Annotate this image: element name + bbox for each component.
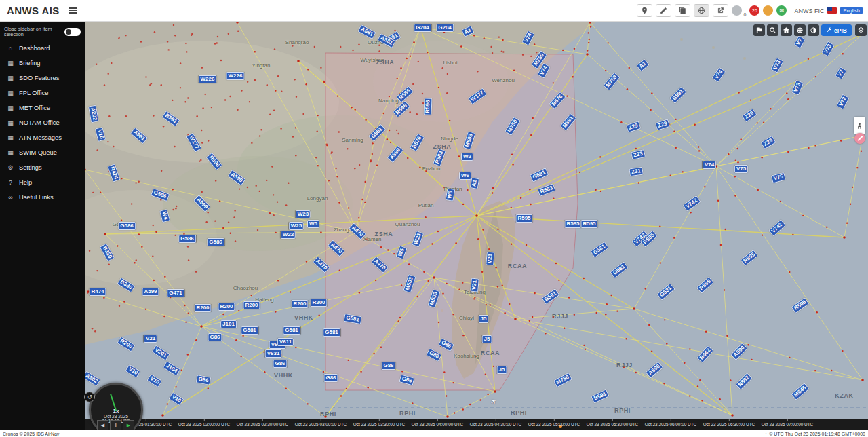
pause-button[interactable]: ‖	[110, 420, 121, 430]
flag-icon	[755, 26, 763, 34]
grid-icon: ▦	[7, 149, 14, 156]
grid-icon: ▦	[7, 134, 14, 141]
footer-credit: Cronos © 2025 IDS AirNav	[3, 432, 59, 436]
duplicate-button[interactable]	[675, 4, 690, 17]
layers-button[interactable]	[855, 24, 867, 36]
sidebar-item-met-office[interactable]: ▦MET Office	[0, 100, 85, 115]
sidebar-item-fpl-office[interactable]: ▦FPL Office	[0, 86, 85, 100]
language-badge[interactable]: English	[840, 7, 863, 14]
globe-button[interactable]	[694, 4, 709, 17]
timeline-stamp: Oct 23 2025 07:00:00 UTC	[762, 422, 813, 427]
timeline-stamp: Oct 23 2025 02:00:00 UTC	[178, 422, 230, 427]
timeline-stamp: Oct 23 2025 04:30:00 UTC	[470, 422, 521, 427]
sidebar-item-dashboard[interactable]: ⌂Dashboard	[0, 41, 85, 56]
warning-icon[interactable]	[763, 5, 773, 16]
measure-icon	[857, 136, 863, 141]
pegman-icon	[856, 122, 863, 130]
timeline-stamp: Oct 23 2025 06:30:00 UTC	[703, 422, 755, 427]
timeline-stamp: Oct 23 2025 05:00:00 UTC	[528, 422, 580, 427]
epib-button[interactable]: ePIB	[821, 24, 852, 36]
alerts-badge[interactable]: 20	[749, 5, 760, 16]
sidebar-item-atn-messages[interactable]: ▦ATN Messages	[0, 130, 85, 145]
messages-icon[interactable]: ✉	[776, 5, 787, 16]
wrench-icon	[826, 27, 832, 33]
edit-icon	[660, 7, 667, 14]
link-icon: ∞	[7, 194, 14, 201]
clock-reset-button[interactable]: ↺	[84, 392, 95, 402]
layers-icon	[857, 26, 865, 34]
notifications-count: 0	[743, 12, 746, 17]
playback-controls: ◀ ‖ ▶	[97, 420, 134, 430]
sidebar-toggle-label: Close sidebar on item selection	[4, 26, 61, 37]
sidebar-item-label: NOTAM Office	[19, 119, 60, 126]
grid-icon: ▦	[7, 104, 14, 111]
status-footer: Cronos © 2025 IDS AirNav ◔ © UTC Thu Oct…	[0, 430, 868, 437]
zoom-tool-button[interactable]	[767, 24, 778, 36]
timeline-stamp: Oct 23 2025 03:30:00 UTC	[353, 422, 405, 427]
sidebar: Close sidebar on item selection ⌂Dashboa…	[0, 22, 85, 430]
user-label: ANWS FIC	[794, 7, 824, 14]
grid-icon: ▦	[7, 60, 14, 66]
sidebar-item-briefing[interactable]: ▦Briefing	[0, 56, 85, 71]
grid-icon: ▦	[7, 90, 14, 96]
sidebar-item-label: Dashboard	[19, 45, 50, 52]
notifications-icon[interactable]	[732, 5, 742, 16]
sidebar-item-label: SWIM Queue	[19, 149, 57, 156]
app-title: ANWS AIS	[7, 5, 60, 16]
sidebar-item-label: FPL Office	[19, 90, 48, 96]
timeline-stamp: Oct 23 2025 05:30:00 UTC	[587, 422, 638, 427]
sidebar-item-sdo-features[interactable]: ▦SDO Features	[0, 71, 85, 86]
timeline-stamp: Oct 23 2025 04:00:00 UTC	[412, 422, 463, 427]
globe-icon	[698, 7, 705, 14]
sidebar-item-label: MET Office	[19, 104, 50, 111]
open-external-button[interactable]	[713, 4, 728, 17]
contrast-tool-button[interactable]	[808, 24, 819, 36]
sidebar-item-label: ATN Messages	[19, 134, 62, 141]
home-icon	[783, 26, 790, 34]
clock-icon: ◔	[764, 432, 767, 436]
sidebar-item-label: Briefing	[19, 60, 41, 66]
home-icon: ⌂	[7, 45, 14, 52]
pegman-button[interactable]	[854, 117, 865, 134]
grid-icon: ▦	[7, 75, 14, 81]
open-external-icon	[717, 7, 724, 14]
edit-button[interactable]	[656, 4, 671, 17]
globe-tool-button[interactable]	[794, 24, 806, 36]
sidebar-item-swim-queue[interactable]: ▦SWIM Queue	[0, 145, 85, 160]
flag-tool-button[interactable]	[753, 24, 765, 36]
sidebar-item-label: Useful Links	[19, 194, 54, 201]
epib-label: ePIB	[834, 27, 847, 34]
user-flag-icon	[827, 7, 837, 14]
map-graphics	[85, 22, 868, 430]
search-icon	[769, 26, 776, 34]
location-pin-button[interactable]	[637, 4, 652, 17]
sidebar-item-settings[interactable]: ⚙Settings	[0, 160, 85, 175]
timeline-stamp: Oct 23 2025 06:00:00 UTC	[645, 422, 696, 427]
footer-utc-time: © UTC Thu Oct 23 2025 01:19:48 GMT+0000	[769, 432, 865, 436]
timeline-stamp: Oct 23 2025 02:30:00 UTC	[237, 422, 288, 427]
menu-icon[interactable]	[69, 7, 77, 14]
measure-button[interactable]	[854, 133, 865, 144]
timeline-stamp: Oct 23 2025 03:00:00 UTC	[295, 422, 347, 427]
grid-icon: ▦	[7, 119, 14, 126]
sidebar-item-label: SDO Features	[19, 75, 59, 81]
step-back-button[interactable]: ◀	[97, 420, 108, 430]
sidebar-item-useful-links[interactable]: ∞Useful Links	[0, 190, 85, 205]
location-pin-icon	[641, 7, 648, 14]
help-icon: ?	[7, 179, 14, 186]
timeline-bar[interactable]: Oct 23 2025 01:30:00 UTCOct 23 2025 02:0…	[85, 419, 868, 430]
app-header: ANWS AIS 0 20 ✉ ANWS FIC English	[0, 0, 868, 22]
clock-date: Oct 23 2025	[104, 414, 128, 419]
play-button[interactable]: ▶	[123, 420, 134, 430]
map-toolbar: ePIB	[753, 24, 852, 36]
home-tool-button[interactable]	[781, 24, 792, 36]
sidebar-item-label: Settings	[19, 164, 42, 171]
sidebar-item-notam-office[interactable]: ▦NOTAM Office	[0, 115, 85, 130]
sidebar-item-help[interactable]: ?Help	[0, 175, 85, 190]
sidebar-item-label: Help	[19, 179, 32, 186]
duplicate-icon	[679, 7, 686, 14]
sidebar-toggle[interactable]	[64, 28, 81, 36]
map-canvas[interactable]: WuyishanNanpingSanmingLongyanZhangzhouXi…	[85, 22, 868, 430]
gear-icon: ⚙	[7, 164, 14, 171]
contrast-icon	[810, 26, 817, 34]
